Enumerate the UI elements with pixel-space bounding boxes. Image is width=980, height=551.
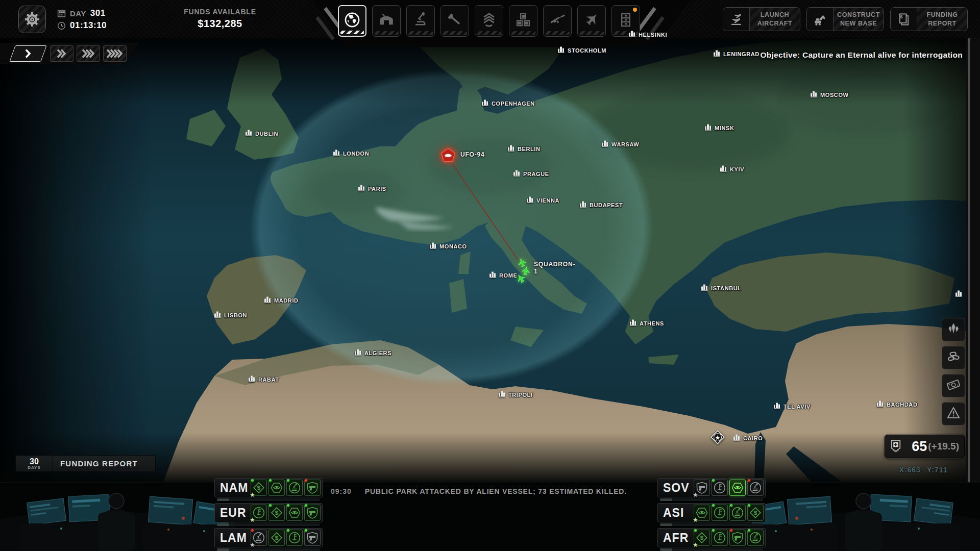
header-actions: LAUNCHAIRCRAFT CONSTRUCTNEW BASE$ FUNDIN… <box>723 7 968 31</box>
city-marker-cairo: CAIRO <box>733 434 763 443</box>
region-status-eye-tile <box>286 505 303 521</box>
city-marker-warsaw: WARSAW <box>602 140 639 149</box>
city-icon <box>705 123 712 133</box>
city-icon <box>602 140 609 149</box>
tab-stripe <box>511 31 535 35</box>
city-marker-leningrad: LENINGRAD <box>714 49 760 59</box>
status-dot-green <box>694 529 697 532</box>
city-marker-istanbul: ISTANBUL <box>701 284 742 293</box>
archives-icon <box>617 11 634 31</box>
city-label: WARSAW <box>611 141 639 147</box>
city-icon <box>580 201 587 210</box>
city-marker-tel-aviv: TEL AVIV <box>774 402 811 411</box>
city-marker-kyiv: KYIV <box>720 165 744 174</box>
module-tab-personnel[interactable] <box>475 5 503 37</box>
city-marker-rabat: RABAT <box>249 375 279 384</box>
stores-icon <box>514 11 532 31</box>
funding-report-button[interactable]: $ FUNDINGREPORT <box>890 7 968 31</box>
region-row-eur[interactable]: EUR ★ $ <box>214 503 323 522</box>
city-marker-budapest: BUDAPEST <box>580 201 623 210</box>
city-icon <box>249 375 256 384</box>
clock-value: 01:13:10 <box>70 20 107 31</box>
status-dot-green <box>712 529 715 532</box>
time-speed-2-button[interactable] <box>50 45 74 62</box>
city-icon <box>774 402 781 411</box>
city-icon <box>264 296 272 305</box>
module-tab-base[interactable] <box>372 5 401 37</box>
construct-new-base-button[interactable]: CONSTRUCTNEW BASE <box>806 7 884 31</box>
city-label: LISBON <box>224 312 247 318</box>
world-map[interactable]: STOCKHOLMHELSINKILENINGRADMOSCOWMINSKKYI… <box>0 38 980 482</box>
ufo-label: UFO-94 <box>460 151 484 158</box>
chevron-icon <box>56 48 67 59</box>
region-status-dollar-tile: $★ <box>694 530 710 546</box>
time-speed-4-button[interactable] <box>103 45 127 62</box>
calendar-icon <box>57 9 66 18</box>
clock-icon <box>57 21 66 30</box>
control-room-strip: 09:30 PUBLIC PARK ATTACKED BY ALIEN VESS… <box>0 482 980 551</box>
priority-star: ★ <box>693 492 698 498</box>
region-row-afr[interactable]: AFR $★ <box>657 528 766 547</box>
module-tab-engineering[interactable] <box>440 5 469 37</box>
city-marker-copenhagen: COPENHAGEN <box>482 99 535 108</box>
operator-console-left <box>0 483 235 551</box>
city-icon <box>629 30 636 39</box>
funds-block: FUNDS AVAILABLE $132,285 <box>172 8 268 30</box>
launch-aircraft-button[interactable]: LAUNCHAIRCRAFT <box>723 7 800 31</box>
city-icon <box>482 99 489 108</box>
city-label: MONACO <box>439 243 467 249</box>
city-label: TRIPOLI <box>508 392 533 398</box>
time-speed-1-button[interactable] <box>9 45 47 62</box>
region-status-dollar-tile: $ <box>268 505 285 521</box>
svg-text:$: $ <box>275 535 279 541</box>
city-marker-paris: PARIS <box>358 184 386 193</box>
status-dot-green <box>730 504 732 507</box>
status-dot-green <box>269 504 272 507</box>
base-marker[interactable]: ★ <box>709 429 726 448</box>
city-label: HELSINKI <box>639 32 667 38</box>
tab-stripe <box>374 31 399 35</box>
region-row-lam[interactable]: LAM ★ $ <box>214 528 323 547</box>
city-marker-monaco: MONACO <box>430 242 467 251</box>
city-marker-vienna: VIENNA <box>527 196 559 205</box>
city-marker-prague: PRAGUE <box>513 169 549 179</box>
day-value: 301 <box>90 8 106 18</box>
notification-dot <box>633 8 637 12</box>
city-icon <box>430 242 437 251</box>
city-marker-stockholm: STOCKHOLM <box>558 46 606 55</box>
city-marker-lisbon: LISBON <box>214 311 247 320</box>
region-row-asi[interactable]: ASI ★ $ <box>657 503 766 522</box>
construct-new-base-label: CONSTRUCTNEW BASE <box>834 8 884 31</box>
city-label: MADRID <box>274 297 299 304</box>
status-dot-green <box>305 504 307 507</box>
chevron-icon <box>81 48 96 59</box>
city-marker-moscow: MOSCOW <box>811 90 849 99</box>
svg-text:$: $ <box>257 485 261 491</box>
status-dot-green <box>287 504 289 507</box>
funding-icon: $ <box>891 8 917 31</box>
module-tab-geoscape[interactable] <box>338 5 366 37</box>
module-tab-research[interactable] <box>406 5 435 37</box>
region-status-tool-tile <box>712 530 728 546</box>
priority-star: ★ <box>693 517 698 523</box>
city-marker-algiers: ALGIERS <box>355 348 391 358</box>
city-icon <box>733 434 741 443</box>
time-speed-3-button[interactable] <box>77 45 100 62</box>
module-tab-armory[interactable] <box>543 5 572 37</box>
module-tab-stores[interactable] <box>509 5 537 37</box>
ufo-marker[interactable]: UFO-94 <box>440 147 484 163</box>
svg-text:$: $ <box>754 510 757 516</box>
city-label: MOSCOW <box>820 92 849 98</box>
svg-text:★: ★ <box>715 434 721 441</box>
city-icon <box>355 348 362 358</box>
settings-button[interactable] <box>18 6 46 33</box>
region-code: EUR <box>220 506 251 520</box>
module-tab-aircraft[interactable] <box>577 5 606 37</box>
region-code: AFR <box>663 531 694 545</box>
city-icon <box>558 46 565 55</box>
region-status-research-tile <box>729 505 746 521</box>
city-layer: STOCKHOLMHELSINKILENINGRADMOSCOWMINSKKYI… <box>0 38 980 482</box>
priority-star: ★ <box>250 517 255 523</box>
city-label: COPENHAGEN <box>492 101 535 107</box>
status-dot-green <box>748 504 750 507</box>
